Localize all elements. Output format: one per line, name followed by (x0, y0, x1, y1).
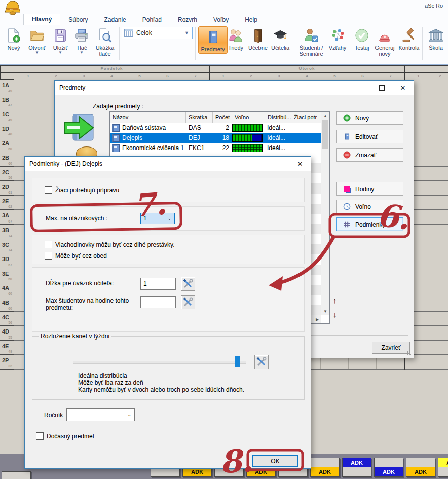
period-header: 1 (14, 73, 42, 78)
slider-handle[interactable] (235, 356, 240, 367)
timetable-card[interactable]: ADK (438, 458, 448, 477)
docasny-checkbox-row[interactable]: Dočasný predmet (36, 432, 94, 440)
print-preview-button[interactable]: Ukážka tlače (92, 26, 118, 57)
dlzka-input[interactable]: 1 (140, 278, 176, 290)
svg-text:asc: asc (10, 8, 14, 11)
scroll-right-icon[interactable]: ▶ (313, 315, 321, 323)
col-nazov[interactable]: Názov (110, 112, 186, 123)
save-button[interactable]: Uložiť ▼ (50, 26, 71, 55)
vztahy-button[interactable]: Vzťahy (327, 26, 348, 51)
move-down-icon[interactable]: ↓ (333, 310, 337, 319)
dlzka-tools-button[interactable] (181, 277, 195, 291)
max-otaznik-combo[interactable]: 1 ⌄ (140, 213, 175, 224)
skola-button[interactable]: Škola (425, 26, 447, 51)
close-button[interactable]: ✕ (289, 157, 311, 171)
new-document-icon (3, 26, 24, 45)
max-studentov-input[interactable] (140, 296, 176, 308)
checkbox-icon[interactable] (45, 252, 52, 260)
subject-book-icon (112, 134, 120, 142)
editovat-button[interactable]: Editovať (336, 130, 403, 143)
col-volno[interactable]: Voľno (232, 112, 265, 123)
scroll-down-icon[interactable]: ▼ (321, 307, 329, 315)
scrollbar-thumb[interactable] (322, 120, 328, 149)
podmienky-button[interactable]: Podmienky (336, 217, 403, 231)
chevron-down-icon[interactable]: ▼ (184, 30, 192, 35)
subject-row[interactable]: Daňová sústava DAS 2 Ideál... (110, 123, 321, 133)
studenti-button[interactable]: Študenti / Semináre (296, 26, 326, 57)
volno-grid (232, 134, 263, 142)
move-up-icon[interactable]: ↑ (333, 296, 337, 305)
testuj-button[interactable]: Testuj (352, 26, 372, 51)
open-button[interactable]: Otvoriť ▼ (25, 26, 49, 55)
tab-súbory[interactable]: Súbory (60, 15, 96, 25)
chevron-down-icon[interactable]: ⌄ (127, 412, 134, 417)
vertical-scrollbar[interactable]: ▲ ▼ (321, 112, 329, 315)
zavriet-button[interactable]: Zavrieť (372, 342, 410, 354)
predmety-button[interactable]: Predmety (198, 26, 228, 54)
rozlozenie-tools-button[interactable] (254, 355, 269, 369)
tab-pohľad[interactable]: Pohľad (134, 15, 170, 25)
tab-rozvrh[interactable]: Rozvrh (170, 15, 205, 25)
viachodinovky-checkbox-row[interactable]: Viachodinovky môžu byť cez dlhé prestávk… (45, 241, 175, 248)
generuj-button[interactable]: Generuj nový (372, 26, 397, 57)
col-ziaci[interactable]: Žiaci potr (291, 112, 321, 123)
dropdown-arrow-icon[interactable]: ▼ (50, 51, 71, 55)
tab-zadanie[interactable]: Zadanie (96, 15, 134, 25)
tab-voľby[interactable]: Voľby (205, 15, 237, 25)
triedy-button[interactable]: Triedy (226, 26, 246, 51)
print-button[interactable]: Tlač ▼ (72, 26, 91, 55)
col-pocet[interactable]: Počet (213, 112, 232, 123)
checkbox-icon[interactable] (36, 432, 44, 440)
checkbox-icon[interactable] (45, 186, 52, 194)
timetable-card[interactable]: ADK (374, 458, 403, 477)
checkbox-icon[interactable] (45, 241, 52, 248)
timetable-card[interactable]: ADK (342, 458, 371, 477)
col-skratka[interactable]: Skratka (186, 112, 213, 123)
col-distrib[interactable]: Distribú... (265, 112, 291, 123)
obed-checkbox-row[interactable]: Môže byť cez obed (45, 252, 107, 260)
tab-bar: HlavnýSúboryZadaniePohľadRozvrhVoľbyHelp (23, 14, 448, 25)
ucebne-button[interactable]: Učebne (247, 26, 269, 51)
distribution-line: Ideálna distribúcia (78, 372, 244, 379)
predmety-titlebar[interactable]: Predmety ✕ (55, 81, 414, 95)
day-header-band: Pondelok Utorok (0, 65, 448, 72)
timetable-card[interactable] (2, 471, 31, 479)
timetable-card[interactable]: ADK (406, 458, 435, 477)
rocnik-combo[interactable]: ⌄ (66, 408, 135, 421)
tab-hlavný[interactable]: Hlavný (23, 14, 60, 25)
subject-row[interactable]: Dejepis DEJ 18 Ideál... (110, 133, 321, 143)
max-studentov-label: Max študentov na hodine tohto predmetu: (46, 297, 132, 311)
dropdown-arrow-icon[interactable]: ▼ (25, 51, 49, 55)
view-selector-combo[interactable]: Celok ▼ (122, 27, 193, 39)
distribution-slider[interactable] (73, 361, 246, 364)
subjects-big-icon (64, 112, 95, 145)
close-button[interactable]: ✕ (392, 81, 414, 95)
volno-button[interactable]: Voľno (336, 200, 403, 213)
app-logo-bell-icon[interactable]: asc (3, 0, 22, 17)
chevron-down-icon[interactable]: ⌄ (167, 216, 174, 221)
new-button[interactable]: Nový (3, 26, 24, 51)
podmienky-titlebar[interactable]: Podmienky - (DEJ) Dejepis ✕ (25, 157, 311, 171)
priprava-checkbox-row[interactable]: Žiaci potrebujú prípravu (45, 186, 119, 194)
ok-button[interactable]: OK (252, 455, 298, 467)
max-otaznik-group: Max. na otáznikových : 1 ⌄ (32, 206, 305, 231)
period-header: 6 (349, 73, 377, 78)
ucitelia-button[interactable]: Učitelia (269, 26, 291, 51)
novy-button[interactable]: Nový (336, 111, 403, 125)
class-row-label: 2D61 (0, 181, 14, 196)
max-studentov-tools-button[interactable] (181, 295, 195, 309)
dropdown-arrow-icon[interactable]: ▼ (72, 51, 91, 55)
hodiny-button[interactable]: Hodiny (336, 182, 403, 196)
maximize-button[interactable] (371, 81, 392, 95)
minimize-button[interactable] (350, 81, 371, 95)
timetable-card[interactable]: ADK (310, 458, 340, 477)
kontrola-button[interactable]: Kontrola (397, 26, 421, 51)
clock-icon (343, 203, 351, 211)
breaks-group: Viachodinovky môžu byť cez dlhé prestávk… (32, 235, 305, 264)
subject-row[interactable]: Ekonomické cvičenia 1 EKC1 22 Ideál... (110, 143, 321, 153)
class-row-label: 2C56 (0, 167, 14, 181)
zmazat-button[interactable]: Zmazať (336, 148, 403, 162)
scroll-up-icon[interactable]: ▲ (321, 112, 329, 120)
tab-help[interactable]: Help (237, 15, 266, 25)
resize-grip[interactable] (406, 351, 412, 356)
